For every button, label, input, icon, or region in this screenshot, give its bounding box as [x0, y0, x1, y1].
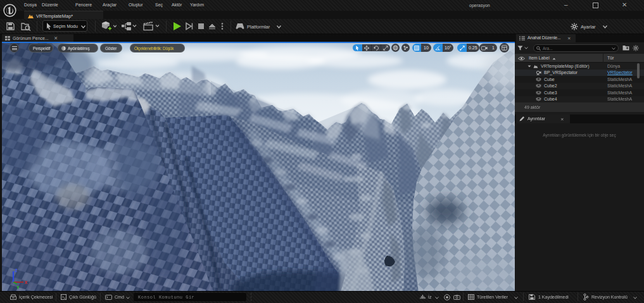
svg-text:Y: Y: [16, 285, 20, 290]
svg-text:X: X: [25, 280, 28, 285]
svg-text:Z: Z: [15, 268, 18, 273]
